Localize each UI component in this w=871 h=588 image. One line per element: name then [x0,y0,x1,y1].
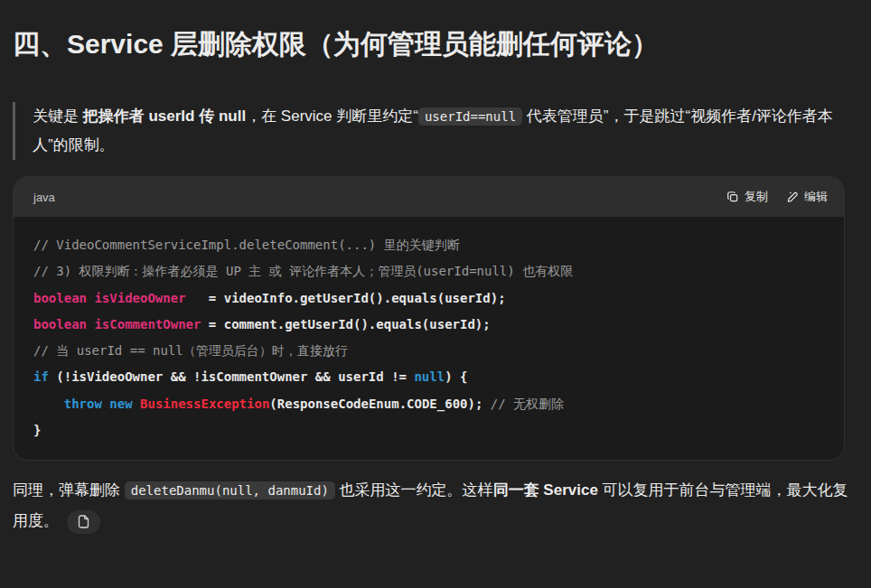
closing-paragraph: 同理，弹幕删除 deleteDanmu(null, danmuId) 也采用这一… [13,475,858,537]
copy-code-button[interactable]: 复制 [726,189,768,205]
code-line: } [33,417,824,443]
code-line: boolean isCommentOwner = comment.getUser… [33,312,824,338]
code-line: boolean isVideoOwner = videoInfo.getUser… [33,285,824,312]
code-line: // VideoCommentServiceImpl.deleteComment… [33,232,824,258]
edit-code-button[interactable]: 编辑 [786,189,828,205]
copy-icon [726,191,739,203]
document-copy-icon [78,515,89,528]
section-heading: 四、Service 层删除权限（为何管理员能删任何评论） [13,23,835,64]
code-block: java 复制 [13,176,845,461]
code-line: // 3) 权限判断：操作者必须是 UP 主 或 评论作者本人；管理员(user… [33,258,824,285]
edit-code-label: 编辑 [804,189,828,205]
code-language-label: java [33,191,55,204]
code-content: // VideoCommentServiceImpl.deleteComment… [14,217,844,460]
text-run: 也采用这一约定。这样 [335,481,493,499]
blockquote-text: 关键是 把操作者 userId 传 null，在 Service 判断里约定“u… [33,102,853,160]
code-actions: 复制 编辑 [726,189,828,205]
inline-code: userId==null [418,107,522,126]
assistant-message: 四、Service 层删除权限（为何管理员能删任何评论） 关键是 把操作者 us… [0,0,871,537]
code-block-header: java 复制 [14,177,844,217]
blockquote: 关键是 把操作者 userId 传 null，在 Service 判断里约定“u… [13,102,853,160]
text-run: 同理，弹幕删除 [13,481,125,499]
bold-text: 同一套 Service [493,481,598,499]
inline-code: deleteDanmu(null, danmuId) [125,481,335,499]
code-line: if (!isVideoOwner && !isCommentOwner && … [33,364,824,390]
edit-pencil-icon [786,191,799,203]
copy-code-label: 复制 [745,189,768,205]
copy-message-button[interactable] [67,510,100,534]
closing-paragraph-text: 同理，弹幕删除 deleteDanmu(null, danmuId) 也采用这一… [13,481,848,529]
bold-text: 把操作者 userId 传 null [83,107,246,125]
code-line: throw new BusinessException(ResponseCode… [33,391,824,417]
code-line: // 当 userId == null（管理员后台）时，直接放行 [33,338,824,364]
text-run: ，在 Service 判断里约定“ [246,107,418,125]
text-run: 关键是 [33,107,83,125]
